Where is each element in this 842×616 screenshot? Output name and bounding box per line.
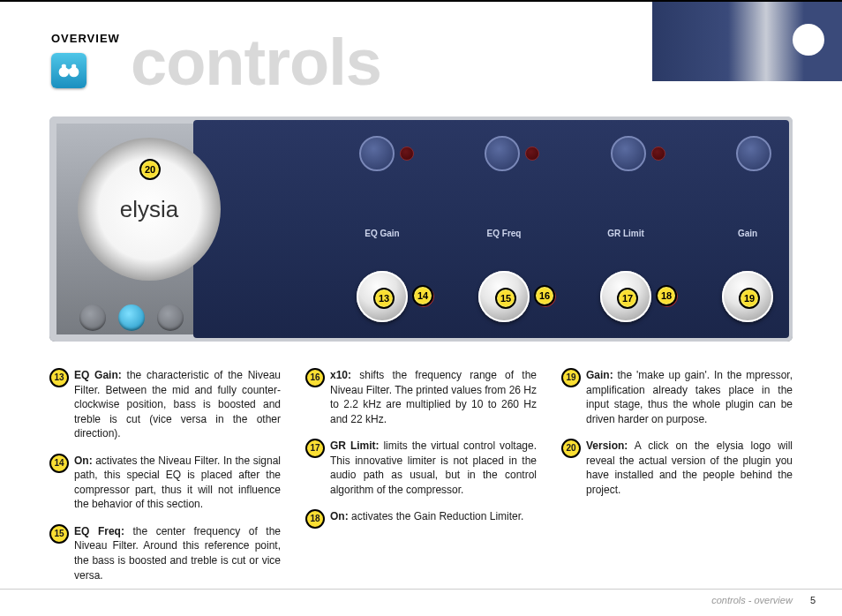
marker-13: 13 xyxy=(373,288,395,309)
entry-body: activates the Gain Reduction Limiter. xyxy=(351,510,523,522)
svg-rect-3 xyxy=(62,64,66,70)
svg-rect-2 xyxy=(67,69,71,72)
gain-label: Gain xyxy=(703,229,792,238)
ratio-knob xyxy=(736,136,771,171)
footer-buttons xyxy=(79,304,184,331)
marker-18: 18 xyxy=(656,285,677,306)
attack-knob xyxy=(485,136,520,171)
elysia-logo-text: elysia xyxy=(120,196,178,223)
section-label: OVERVIEW xyxy=(51,32,120,45)
entry-title: x10: xyxy=(330,369,351,381)
marker-19: 19 xyxy=(739,288,760,309)
threshold-knob xyxy=(359,136,395,171)
entry-body: the 'make up gain'. In the mpressor, amp… xyxy=(586,369,793,425)
footer-path: controls - overview xyxy=(711,595,793,605)
entry-19: 19 Gain: the 'make up gain'. In the mpre… xyxy=(561,368,793,426)
release-knob xyxy=(611,136,646,171)
page-header: OVERVIEW controls xyxy=(0,0,842,90)
eq-on-button: 14 xyxy=(413,286,434,307)
entry-num: 14 xyxy=(49,454,69,473)
x10-button: 16 xyxy=(535,286,556,307)
anti-log-button xyxy=(651,146,665,161)
entry-17: 17 GR Limit: limits the virtual control … xyxy=(305,439,537,497)
entry-num: 19 xyxy=(561,368,581,387)
plugin-screenshot: EQ Gain 13 14 EQ Freq 15 16 GR Limit xyxy=(49,116,793,342)
top-knob-row xyxy=(359,136,771,171)
elysia-logo-ring: elysia 20 xyxy=(78,138,221,281)
entry-title: On: xyxy=(330,510,349,522)
entry-title: On: xyxy=(74,454,93,467)
entry-title: EQ Gain: xyxy=(74,369,122,381)
eq-gain-knob: EQ Gain 13 xyxy=(357,271,408,322)
marker-15: 15 xyxy=(495,288,516,309)
link-button xyxy=(118,304,145,331)
marker-20: 20 xyxy=(139,159,161,180)
marker-14: 14 xyxy=(412,285,433,306)
gr-on-button: 18 xyxy=(657,286,678,307)
hook-button xyxy=(79,304,106,331)
entry-title: EQ Freq: xyxy=(74,525,124,537)
entry-num: 17 xyxy=(305,439,325,458)
sc-extern-button xyxy=(400,146,414,161)
entry-20: 20 Version: A click on the elysia logo w… xyxy=(561,439,793,497)
entry-body: shifts the frequency range of the Niveau… xyxy=(330,369,537,425)
marker-16: 16 xyxy=(534,285,555,306)
entry-num: 13 xyxy=(49,368,69,387)
plugin-panel: EQ Gain 13 14 EQ Freq 15 16 GR Limit xyxy=(193,120,789,338)
eq-freq-label: EQ Freq xyxy=(460,229,548,238)
entry-16: 16 x10: shifts the frequency range of th… xyxy=(305,368,537,426)
eq-gain-label: EQ Gain xyxy=(338,229,426,238)
entry-num: 18 xyxy=(305,509,325,529)
active-button xyxy=(157,304,184,331)
hardware-thumbnail xyxy=(650,2,842,81)
page-footer: controls - overview 5 xyxy=(0,589,842,605)
entry-title: GR Limit: xyxy=(330,439,380,452)
entry-15: 15 EQ Freq: the center frequency of the … xyxy=(49,524,281,582)
marker-17: 17 xyxy=(617,288,638,309)
description-columns: 13 EQ Gain: the characteristic of the Ni… xyxy=(49,368,793,595)
entry-18: 18 On: activates the Gain Reduction Limi… xyxy=(305,509,537,524)
gr-limit-label: GR Limit xyxy=(582,229,670,238)
page-number: 5 xyxy=(810,595,816,605)
eq-freq-knob: EQ Freq 15 xyxy=(478,271,530,322)
gain-knob: Gain 19 xyxy=(722,271,773,322)
entry-num: 16 xyxy=(305,368,325,387)
bottom-knob-row: EQ Gain 13 14 EQ Freq 15 16 GR Limit xyxy=(357,271,773,322)
auto-fast-button xyxy=(525,146,539,161)
gr-limit-knob: GR Limit 17 xyxy=(600,271,651,322)
entry-title: Version: xyxy=(586,439,628,452)
entry-13: 13 EQ Gain: the characteristic of the Ni… xyxy=(49,368,281,441)
section-title: controls xyxy=(131,30,381,95)
entry-num: 20 xyxy=(561,439,581,458)
binoculars-icon xyxy=(51,53,86,88)
entry-num: 15 xyxy=(49,524,69,544)
entry-body: activates the Niveau Filter. In the sign… xyxy=(74,454,281,511)
entry-14: 14 On: activates the Niveau Filter. In t… xyxy=(49,454,281,512)
svg-rect-4 xyxy=(71,64,76,70)
entry-title: Gain: xyxy=(586,369,613,381)
